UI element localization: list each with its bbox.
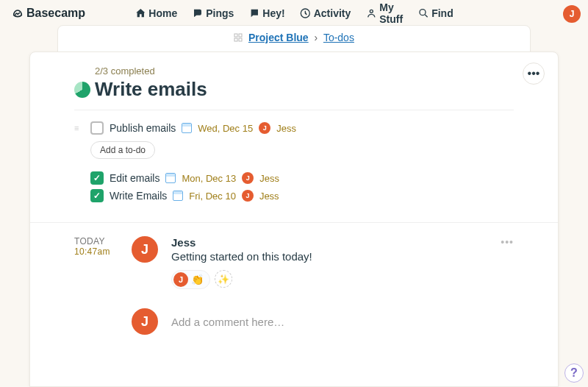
assignee-name: Jess — [259, 173, 279, 184]
add-reaction-button[interactable]: ✨ — [215, 270, 232, 288]
todo-date: Fri, Dec 10 — [189, 191, 236, 202]
home-icon — [135, 7, 146, 19]
comment-text: Getting started on this today! — [171, 250, 487, 263]
todo-checkbox[interactable] — [90, 121, 104, 135]
help-button[interactable]: ? — [564, 363, 584, 383]
todo-title: Publish emails — [110, 122, 176, 134]
comment: TODAY 10:47am J Jess Getting started on … — [30, 223, 558, 289]
nav-mystuff-label: My Stuff — [379, 1, 403, 25]
comment-time: 10:47am — [74, 246, 118, 257]
calendar-icon — [165, 173, 176, 183]
comment-author: Jess — [171, 236, 487, 249]
reaction-chip[interactable]: J 👏 — [171, 270, 210, 289]
comment-more-button[interactable]: ••• — [501, 236, 514, 289]
nav-home-label: Home — [148, 7, 177, 19]
clap-emoji-icon: 👏 — [191, 274, 204, 285]
brand-name: Basecamp — [26, 7, 85, 20]
svg-rect-5 — [234, 38, 237, 41]
drag-handle-icon[interactable] — [74, 191, 85, 200]
todo-checkbox[interactable] — [90, 189, 104, 202]
list-header: 2/3 completed Write emails — [30, 65, 558, 110]
svg-rect-4 — [239, 34, 242, 37]
assignee-avatar: J — [259, 122, 270, 134]
current-user-avatar[interactable]: J — [563, 5, 581, 23]
breadcrumb-section-link[interactable]: To-dos — [323, 32, 354, 43]
assignee-avatar: J — [242, 172, 254, 184]
todo-row[interactable]: Edit emails Mon, Dec 13 J Jess — [74, 169, 514, 187]
add-comment-row: J Add a comment here… — [30, 289, 558, 335]
grid-icon — [234, 32, 243, 41]
nav-mystuff[interactable]: My Stuff — [365, 1, 403, 25]
card-more-button[interactable]: ••• — [523, 63, 545, 85]
svg-rect-3 — [234, 34, 237, 37]
breadcrumb-separator: › — [315, 32, 318, 43]
reaction-avatar: J — [173, 272, 188, 287]
basecamp-logo-icon — [12, 7, 24, 19]
todo-row[interactable]: ≡ Publish emails Wed, Dec 15 J Jess — [74, 119, 514, 137]
nav-hey-label: Hey! — [262, 7, 284, 19]
svg-point-1 — [370, 10, 373, 13]
svg-rect-6 — [239, 38, 242, 41]
nav-activity-label: Activity — [314, 7, 351, 19]
nav-pings[interactable]: Pings — [192, 7, 234, 19]
completed-count: 2/3 completed — [95, 65, 514, 77]
nav-pings-label: Pings — [206, 7, 234, 19]
progress-pie-icon — [74, 82, 90, 98]
breadcrumb: Project Blue › To-dos — [57, 25, 531, 54]
comment-body: Jess Getting started on this today! J 👏 … — [171, 236, 487, 289]
comment-author-avatar: J — [132, 236, 158, 263]
comment-day: TODAY — [74, 236, 118, 246]
divider — [74, 110, 514, 110]
nav-activity[interactable]: Activity — [300, 7, 351, 19]
breadcrumb-project-link[interactable]: Project Blue — [248, 32, 309, 43]
main-nav: Home Pings Hey! Activity My Stuff Find — [135, 1, 453, 25]
hey-icon — [248, 7, 260, 19]
todo-date: Mon, Dec 13 — [182, 173, 236, 184]
assignee-name: Jess — [259, 191, 279, 202]
nav-find[interactable]: Find — [417, 7, 453, 19]
calendar-icon — [182, 123, 192, 133]
todo-list-card: ••• 2/3 completed Write emails ≡ Publish… — [29, 52, 559, 387]
assignee-name: Jess — [276, 123, 296, 134]
current-user-avatar-small: J — [132, 308, 158, 335]
top-nav: Basecamp Home Pings Hey! Activity My Stu… — [0, 0, 588, 25]
todo-checkbox[interactable] — [90, 171, 104, 185]
sparkle-icon: ✨ — [218, 274, 229, 285]
search-icon — [417, 7, 429, 19]
pings-icon — [192, 7, 204, 19]
comment-input[interactable]: Add a comment here… — [171, 316, 514, 328]
todo-date: Wed, Dec 15 — [198, 123, 253, 134]
mystuff-icon — [365, 7, 377, 19]
calendar-icon — [173, 191, 183, 201]
svg-point-2 — [420, 10, 426, 15]
assignee-avatar: J — [242, 190, 254, 202]
todo-title: Edit emails — [110, 172, 159, 184]
list-title: Write emails — [95, 78, 207, 101]
add-todo-button[interactable]: Add a to-do — [90, 141, 155, 159]
comment-timestamp: TODAY 10:47am — [74, 236, 118, 289]
completed-todos: Edit emails Mon, Dec 13 J Jess Write Ema… — [74, 169, 514, 205]
activity-icon — [300, 7, 312, 19]
brand-logo[interactable]: Basecamp — [12, 7, 85, 20]
nav-find-label: Find — [431, 7, 453, 19]
drag-handle-icon[interactable] — [74, 174, 85, 182]
drag-handle-icon[interactable]: ≡ — [74, 124, 85, 132]
reactions: J 👏 ✨ — [171, 270, 487, 289]
todo-row[interactable]: Write Emails Fri, Dec 10 J Jess — [74, 187, 514, 205]
todo-title: Write Emails — [110, 190, 167, 202]
nav-hey[interactable]: Hey! — [248, 7, 284, 19]
nav-home[interactable]: Home — [135, 7, 177, 19]
todo-section: ≡ Publish emails Wed, Dec 15 J Jess Add … — [30, 119, 558, 205]
ellipsis-icon: ••• — [528, 67, 540, 80]
